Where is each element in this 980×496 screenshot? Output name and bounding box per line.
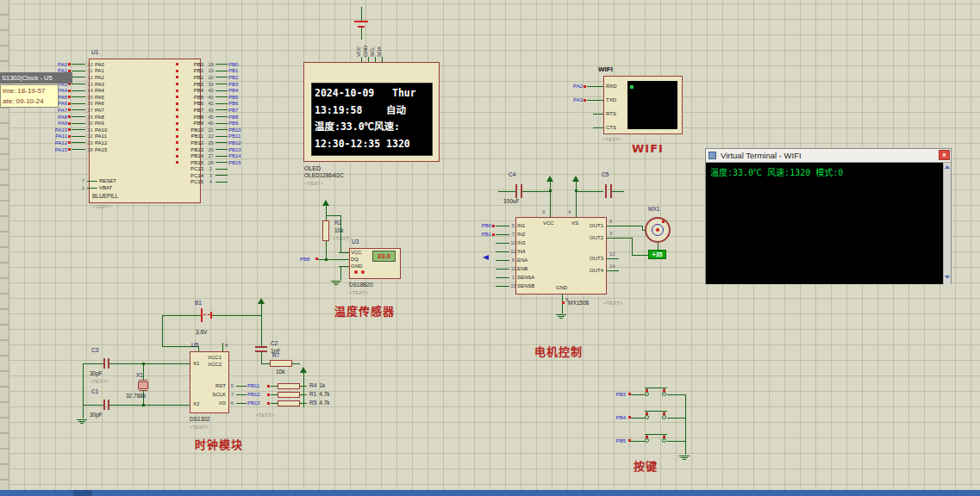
bottom-scrollbar[interactable] bbox=[0, 490, 980, 496]
push-button-contact[interactable] bbox=[645, 415, 649, 419]
net-label[interactable]: PB3 bbox=[607, 392, 626, 397]
wifi-net-row[interactable]: PA2 bbox=[565, 79, 595, 93]
net-label[interactable]: PB14 bbox=[228, 153, 241, 158]
net-label[interactable]: PB13 bbox=[247, 400, 266, 406]
u5-right-row[interactable]: RST 5 PB11 R4 1k bbox=[203, 381, 330, 390]
virtual-terminal-window[interactable]: Virtual Terminal - WIFI x 温度:33.0℃ 风速:13… bbox=[705, 148, 952, 284]
net-label[interactable]: PA11 bbox=[48, 133, 67, 139]
net-label[interactable]: PB4 bbox=[607, 415, 626, 420]
u1-left-pin-row[interactable]: PA0 10 PA0 bbox=[48, 61, 107, 68]
resistor-body[interactable] bbox=[278, 392, 300, 398]
net-label-pb8[interactable]: PB8 bbox=[300, 257, 309, 262]
u1-right-pin-row[interactable]: PB13 26 PB13 bbox=[175, 146, 241, 153]
net-label[interactable]: PB5 bbox=[228, 95, 238, 100]
close-icon[interactable]: x bbox=[939, 150, 950, 160]
key-rows[interactable]: PB3 PB4 PB5 bbox=[607, 386, 693, 456]
resistor-body[interactable] bbox=[278, 383, 300, 389]
net-label[interactable]: PB8 bbox=[228, 115, 238, 120]
u1-right-pin-row[interactable]: PB11 22 PB11 bbox=[175, 133, 241, 140]
net-label[interactable]: PB5 bbox=[607, 438, 626, 443]
motor-left-pin-row[interactable]: 10 IN3 bbox=[476, 239, 534, 247]
motor-left-pin-row[interactable]: 11 ENB bbox=[476, 264, 534, 273]
resistor-body[interactable] bbox=[278, 400, 300, 406]
scroll-up-icon[interactable] bbox=[945, 165, 950, 169]
u1-left-pin-row[interactable]: PA15 38 PA15 bbox=[48, 146, 107, 153]
motor-left-pin-row[interactable]: PB0 5 IN1 bbox=[476, 221, 534, 230]
terminal-title-bar[interactable]: Virtual Terminal - WIFI x bbox=[706, 149, 951, 163]
wifi-net-labels[interactable]: PA2 PA3 bbox=[565, 79, 595, 107]
motor-left-pin-row[interactable]: 15 SENSB bbox=[476, 282, 534, 290]
u1-right-pin-row[interactable]: PC13 2 bbox=[175, 166, 241, 173]
net-label[interactable]: PB1 bbox=[476, 232, 491, 237]
net-label[interactable]: PB12 bbox=[247, 392, 266, 397]
u1-right-pin-row[interactable]: PC14 3 bbox=[175, 172, 241, 179]
net-label[interactable]: PA15 bbox=[48, 147, 67, 152]
net-label[interactable]: PB9 bbox=[228, 121, 238, 126]
push-button-contact[interactable] bbox=[645, 392, 649, 396]
r7-resistor[interactable] bbox=[270, 360, 292, 367]
u1-left-pin-row[interactable]: PA12 33 PA12 bbox=[48, 140, 107, 146]
u1-right-pin-row[interactable]: PC15 4 bbox=[175, 179, 241, 186]
u5-right-row[interactable]: I/O 6 PB13 R5 4.7k bbox=[203, 399, 330, 407]
u1-bottom-pins[interactable]: 7 RESET 1 VBAT bbox=[79, 177, 116, 191]
push-button-contact[interactable] bbox=[662, 392, 666, 396]
u1-right-pin-row[interactable]: PB3 39 PB3 bbox=[175, 81, 241, 88]
net-label[interactable]: PB3 bbox=[228, 82, 238, 87]
net-label[interactable]: PB0 bbox=[228, 62, 238, 67]
net-label[interactable]: PB12 bbox=[228, 140, 241, 146]
u1-right-pin-row[interactable]: PB2 20 PB2 bbox=[175, 74, 241, 81]
net-label[interactable]: PA12 bbox=[48, 140, 67, 146]
motor-left-pin-row[interactable]: 1 SENSA bbox=[476, 273, 534, 282]
push-button-row[interactable]: PB3 bbox=[607, 386, 693, 409]
u1-right-pin-row[interactable]: PB7 43 PB7 bbox=[175, 107, 241, 114]
net-label[interactable]: PA2 bbox=[565, 84, 583, 89]
net-label[interactable]: PA0 bbox=[48, 62, 67, 67]
net-label[interactable]: PB15 bbox=[228, 160, 241, 165]
push-button-contact[interactable] bbox=[645, 438, 649, 443]
u1-right-pin-row[interactable]: PB14 27 PB14 bbox=[175, 152, 241, 159]
net-label[interactable]: PA8 bbox=[48, 115, 67, 120]
x1-crystal-body[interactable] bbox=[138, 381, 148, 389]
push-button-contact[interactable] bbox=[662, 438, 666, 443]
net-label[interactable]: PB2 bbox=[228, 75, 238, 80]
u1-right-pin-row[interactable]: PB4 40 PB4 bbox=[175, 87, 241, 94]
push-button-contact[interactable] bbox=[662, 415, 666, 419]
bottom-scrollbar-thumb[interactable] bbox=[73, 490, 92, 496]
u1-right-pin-row[interactable]: PB9 46 PB9 bbox=[175, 120, 241, 127]
u5-right-rows[interactable]: RST 5 PB11 R4 1k SCLK 7 PB12 R1 4.7k I/O… bbox=[203, 381, 330, 407]
u1-right-pin-row[interactable]: PB1 19 PB1 bbox=[175, 68, 241, 75]
u1-bottom-pin-row[interactable]: 7 RESET bbox=[79, 177, 116, 184]
u1-left-pin-row[interactable]: PA9 30 PA9 bbox=[48, 120, 107, 127]
u1-right-pin-row[interactable]: PB5 41 PB5 bbox=[175, 94, 241, 101]
motor-left-pin-row[interactable]: PB1 7 IN2 bbox=[476, 230, 534, 239]
net-label[interactable]: PA7 bbox=[48, 108, 67, 113]
u1-right-pin-row[interactable]: PB6 42 PB6 bbox=[175, 101, 241, 108]
net-label[interactable]: PB11 bbox=[228, 133, 240, 139]
net-label[interactable]: PB6 bbox=[228, 101, 238, 106]
net-label[interactable]: PB1 bbox=[228, 68, 238, 73]
u1-bottom-pin-row[interactable]: 1 VBAT bbox=[79, 184, 116, 191]
net-label[interactable]: PB13 bbox=[228, 147, 241, 152]
push-button-row[interactable]: PB4 bbox=[607, 409, 693, 432]
u1-right-pin-row[interactable]: PB10 21 PB10 bbox=[175, 127, 241, 133]
push-button-row[interactable]: PB5 bbox=[607, 432, 693, 456]
net-label[interactable]: PB4 bbox=[228, 88, 238, 93]
motor-symbol[interactable] bbox=[645, 217, 671, 243]
u1-right-pin-row[interactable]: PB8 45 PB8 bbox=[175, 114, 241, 121]
net-label[interactable]: PB10 bbox=[228, 127, 241, 133]
u1-right-pin-row[interactable]: PB0 18 PB0 bbox=[175, 61, 241, 68]
net-label[interactable]: PA3 bbox=[565, 97, 583, 102]
u1-left-pin-row[interactable]: PA7 17 PA7 bbox=[48, 107, 107, 114]
u1-right-pins[interactable]: PB0 18 PB0 PB1 19 PB1 PB2 20 PB2 PB3 39 … bbox=[175, 61, 241, 185]
net-label[interactable]: PB7 bbox=[228, 108, 238, 113]
u1-right-pin-row[interactable]: PB15 28 PB15 bbox=[175, 159, 241, 166]
r2-resistor[interactable] bbox=[322, 220, 329, 241]
u1-left-pin-row[interactable]: PA8 29 PA8 bbox=[48, 114, 107, 121]
net-label[interactable]: PA10 bbox=[48, 127, 67, 133]
net-label[interactable]: PB0 bbox=[476, 223, 491, 228]
u1-right-pin-row[interactable]: PB12 25 PB12 bbox=[175, 140, 241, 146]
terminal-scrollbar[interactable] bbox=[943, 163, 951, 284]
scroll-down-icon[interactable] bbox=[945, 276, 950, 279]
u1-left-pin-row[interactable]: PA10 31 PA10 bbox=[48, 127, 107, 133]
net-label[interactable]: PB11 bbox=[247, 383, 266, 388]
